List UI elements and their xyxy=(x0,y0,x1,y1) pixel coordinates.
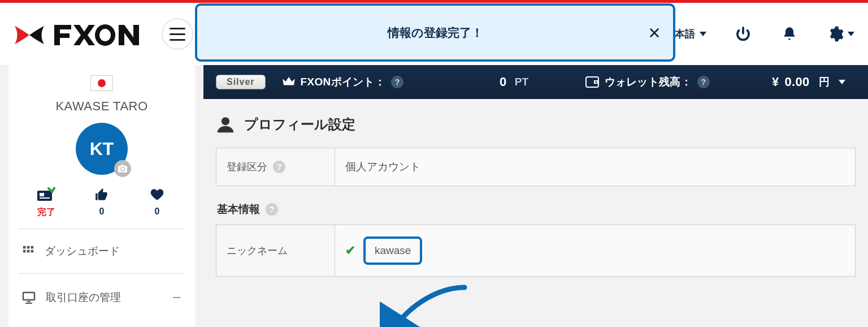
field-nickname: ニックネーム ✔ kawase xyxy=(216,225,856,277)
field-value: 個人アカウント xyxy=(345,160,420,174)
section-basic-info: 基本情報 ? xyxy=(217,202,856,217)
sidebar-item-dashboard[interactable]: ダッシュボード xyxy=(8,229,195,273)
stat-status-label: 完了 xyxy=(37,206,55,218)
page-title: プロフィール設定 xyxy=(244,115,355,134)
currency-symbol: ¥ xyxy=(772,75,779,89)
check-icon: ✔ xyxy=(345,243,355,258)
field-label: 登録区分 xyxy=(227,160,267,174)
settings-menu[interactable] xyxy=(826,25,854,43)
toast-close-button[interactable] xyxy=(648,27,661,39)
sidebar-item-accounts[interactable]: 取引口座の管理 − xyxy=(8,274,195,321)
stat-status: 完了 xyxy=(27,187,66,218)
stat-thumbs: 0 xyxy=(82,187,121,218)
user-display-name: KAWASE TARO xyxy=(8,99,195,114)
sidebar: KAWASE TARO KT 完了 0 0 ダッシュボード xyxy=(8,65,195,327)
points-unit: PT xyxy=(515,76,529,88)
points-label: FXONポイント： xyxy=(301,75,385,89)
help-icon[interactable]: ? xyxy=(391,76,403,88)
country-flag-jp xyxy=(90,75,113,91)
sidebar-item-label: 取引口座の管理 xyxy=(46,290,162,305)
notifications-button[interactable] xyxy=(780,24,799,44)
wallet-label: ウォレット残高： xyxy=(605,75,692,89)
menu-toggle-button[interactable] xyxy=(162,18,193,50)
stat-thumbs-value: 0 xyxy=(99,206,105,217)
stat-likes-value: 0 xyxy=(155,206,160,217)
help-icon[interactable]: ? xyxy=(697,76,710,88)
top-stripe xyxy=(0,0,868,3)
toast-message: 情報の登録完了！ xyxy=(388,25,483,41)
form-area: 登録区分 ? 個人アカウント 基本情報 ? ニックネーム ✔ kawase xyxy=(203,143,868,277)
camera-icon[interactable] xyxy=(114,160,131,177)
svg-rect-4 xyxy=(27,246,30,249)
wallet-icon xyxy=(585,76,599,88)
field-label: ニックネーム xyxy=(227,244,288,257)
main-content: Silver FXONポイント： ? 0 PT ウォレット残高： ? ¥ 0.0… xyxy=(203,65,868,327)
svg-point-15 xyxy=(222,117,229,125)
points-value-segment: 0 PT xyxy=(500,75,528,89)
page-heading: プロフィール設定 xyxy=(203,99,868,143)
tier-badge: Silver xyxy=(216,75,266,89)
stat-likes: 0 xyxy=(137,187,177,218)
points-value: 0 xyxy=(500,75,507,89)
account-status-bar: Silver FXONポイント： ? 0 PT ウォレット残高： ? ¥ 0.0… xyxy=(203,65,868,99)
help-icon[interactable]: ? xyxy=(266,203,278,216)
crown-icon xyxy=(283,77,295,87)
svg-rect-1 xyxy=(40,193,44,196)
svg-point-14 xyxy=(595,81,597,83)
grid-icon xyxy=(22,245,34,257)
section-label: 基本情報 xyxy=(217,202,260,217)
monitor-icon xyxy=(22,291,36,304)
svg-rect-11 xyxy=(25,303,32,304)
wallet-unit: 円 xyxy=(819,75,830,89)
power-button[interactable] xyxy=(734,24,753,44)
annotation-arrow xyxy=(380,279,476,327)
chevron-down-icon xyxy=(839,80,845,84)
svg-rect-9 xyxy=(23,292,34,300)
profile-icon xyxy=(216,115,235,134)
svg-rect-2 xyxy=(40,197,50,199)
chevron-down-icon xyxy=(700,32,706,36)
wallet-amount: 0.00 xyxy=(784,75,809,89)
profile-card: KAWASE TARO KT 完了 0 0 xyxy=(8,65,195,229)
svg-rect-10 xyxy=(27,301,31,302)
gear-icon xyxy=(826,25,844,43)
svg-rect-3 xyxy=(23,246,26,249)
avatar[interactable]: KT xyxy=(76,123,128,175)
field-registration-type: 登録区分 ? 個人アカウント xyxy=(216,148,856,186)
svg-rect-0 xyxy=(37,191,52,201)
brand-logo[interactable] xyxy=(10,19,140,49)
wallet-amount-segment[interactable]: ¥ 0.00 円 xyxy=(772,75,845,89)
nickname-input[interactable]: kawase xyxy=(363,236,422,265)
collapse-icon: − xyxy=(172,289,181,307)
toast-banner: 情報の登録完了！ xyxy=(195,3,675,62)
points-segment: FXONポイント： ? xyxy=(283,75,403,89)
sidebar-item-label: ダッシュボード xyxy=(45,244,181,259)
svg-rect-6 xyxy=(23,250,26,253)
svg-rect-7 xyxy=(27,250,30,253)
svg-rect-8 xyxy=(31,250,34,253)
chevron-down-icon xyxy=(848,32,854,36)
help-icon[interactable]: ? xyxy=(273,161,285,173)
svg-rect-5 xyxy=(31,246,34,249)
profile-stats: 完了 0 0 xyxy=(8,187,195,229)
wallet-segment: ウォレット残高： ? xyxy=(585,75,710,89)
